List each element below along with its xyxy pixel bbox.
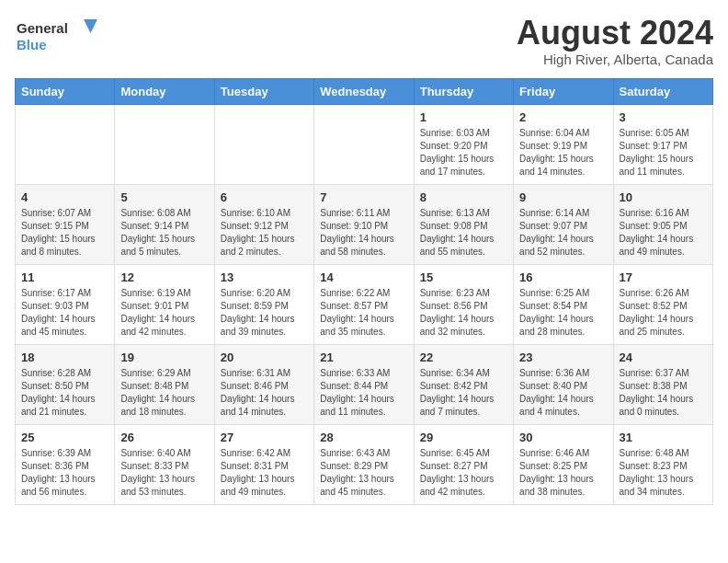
day-info: Sunrise: 6:23 AM Sunset: 8:56 PM Dayligh… bbox=[420, 287, 507, 339]
day-info: Sunrise: 6:46 AM Sunset: 8:25 PM Dayligh… bbox=[519, 447, 607, 499]
day-cell: 3Sunrise: 6:05 AM Sunset: 9:17 PM Daylig… bbox=[613, 104, 712, 184]
svg-text:Blue: Blue bbox=[17, 37, 47, 52]
day-number: 27 bbox=[221, 431, 308, 444]
page-header: General Blue August 2024 High River, Alb… bbox=[15, 15, 713, 67]
day-info: Sunrise: 6:03 AM Sunset: 9:20 PM Dayligh… bbox=[420, 127, 507, 178]
week-row-3: 11Sunrise: 6:17 AM Sunset: 9:03 PM Dayli… bbox=[16, 264, 713, 344]
day-number: 22 bbox=[420, 350, 507, 364]
day-cell: 29Sunrise: 6:45 AM Sunset: 8:27 PM Dayli… bbox=[414, 424, 513, 504]
day-cell: 16Sunrise: 6:25 AM Sunset: 8:54 PM Dayli… bbox=[514, 264, 613, 344]
day-cell: 20Sunrise: 6:31 AM Sunset: 8:46 PM Dayli… bbox=[214, 344, 313, 424]
day-cell: 11Sunrise: 6:17 AM Sunset: 9:03 PM Dayli… bbox=[16, 264, 115, 344]
day-number: 24 bbox=[620, 350, 707, 364]
day-cell: 31Sunrise: 6:48 AM Sunset: 8:23 PM Dayli… bbox=[613, 424, 712, 504]
day-number: 5 bbox=[120, 190, 208, 204]
day-number: 19 bbox=[120, 350, 208, 364]
day-cell: 30Sunrise: 6:46 AM Sunset: 8:25 PM Dayli… bbox=[514, 424, 613, 504]
day-info: Sunrise: 6:37 AM Sunset: 8:38 PM Dayligh… bbox=[620, 367, 707, 419]
location: High River, Alberta, Canada bbox=[517, 52, 713, 67]
day-info: Sunrise: 6:22 AM Sunset: 8:57 PM Dayligh… bbox=[320, 287, 407, 339]
day-info: Sunrise: 6:19 AM Sunset: 9:01 PM Dayligh… bbox=[120, 287, 208, 339]
day-cell: 12Sunrise: 6:19 AM Sunset: 9:01 PM Dayli… bbox=[115, 264, 214, 344]
day-number: 14 bbox=[320, 270, 407, 284]
day-cell: 17Sunrise: 6:26 AM Sunset: 8:52 PM Dayli… bbox=[613, 264, 712, 344]
day-info: Sunrise: 6:05 AM Sunset: 9:17 PM Dayligh… bbox=[620, 127, 707, 178]
day-info: Sunrise: 6:17 AM Sunset: 9:03 PM Dayligh… bbox=[21, 287, 108, 339]
day-info: Sunrise: 6:43 AM Sunset: 8:29 PM Dayligh… bbox=[320, 447, 407, 499]
week-row-2: 4Sunrise: 6:07 AM Sunset: 9:15 PM Daylig… bbox=[16, 184, 713, 264]
day-cell: 25Sunrise: 6:39 AM Sunset: 8:36 PM Dayli… bbox=[16, 424, 115, 504]
svg-marker-2 bbox=[84, 19, 97, 33]
day-info: Sunrise: 6:34 AM Sunset: 8:42 PM Dayligh… bbox=[420, 367, 507, 419]
day-info: Sunrise: 6:04 AM Sunset: 9:19 PM Dayligh… bbox=[519, 127, 607, 178]
day-cell: 23Sunrise: 6:36 AM Sunset: 8:40 PM Dayli… bbox=[514, 344, 613, 424]
day-cell: 2Sunrise: 6:04 AM Sunset: 9:19 PM Daylig… bbox=[514, 104, 613, 184]
day-cell: 27Sunrise: 6:42 AM Sunset: 8:31 PM Dayli… bbox=[214, 424, 313, 504]
day-info: Sunrise: 6:31 AM Sunset: 8:46 PM Dayligh… bbox=[221, 367, 308, 419]
day-number: 13 bbox=[221, 270, 308, 284]
day-number: 30 bbox=[519, 431, 607, 444]
day-number: 3 bbox=[620, 110, 707, 124]
week-row-4: 18Sunrise: 6:28 AM Sunset: 8:50 PM Dayli… bbox=[16, 344, 713, 424]
day-info: Sunrise: 6:08 AM Sunset: 9:14 PM Dayligh… bbox=[120, 207, 208, 259]
day-cell: 18Sunrise: 6:28 AM Sunset: 8:50 PM Dayli… bbox=[16, 344, 115, 424]
week-row-5: 25Sunrise: 6:39 AM Sunset: 8:36 PM Dayli… bbox=[16, 424, 713, 504]
day-number: 17 bbox=[620, 270, 707, 284]
day-info: Sunrise: 6:36 AM Sunset: 8:40 PM Dayligh… bbox=[519, 367, 607, 419]
day-number: 20 bbox=[221, 350, 308, 364]
day-cell: 21Sunrise: 6:33 AM Sunset: 8:44 PM Dayli… bbox=[314, 344, 414, 424]
day-cell: 24Sunrise: 6:37 AM Sunset: 8:38 PM Dayli… bbox=[613, 344, 712, 424]
day-cell: 9Sunrise: 6:14 AM Sunset: 9:07 PM Daylig… bbox=[514, 184, 613, 264]
day-number: 11 bbox=[21, 270, 108, 284]
title-block: August 2024 High River, Alberta, Canada bbox=[517, 15, 713, 67]
day-number: 12 bbox=[120, 270, 208, 284]
week-row-1: 1Sunrise: 6:03 AM Sunset: 9:20 PM Daylig… bbox=[16, 104, 713, 184]
day-number: 2 bbox=[519, 110, 607, 124]
day-number: 15 bbox=[420, 270, 507, 284]
weekday-header-monday: Monday bbox=[115, 78, 214, 104]
day-number: 9 bbox=[519, 190, 607, 204]
day-number: 23 bbox=[519, 350, 607, 364]
day-info: Sunrise: 6:29 AM Sunset: 8:48 PM Dayligh… bbox=[120, 367, 208, 419]
day-number: 6 bbox=[221, 190, 308, 204]
weekday-header-wednesday: Wednesday bbox=[314, 78, 414, 104]
day-cell: 7Sunrise: 6:11 AM Sunset: 9:10 PM Daylig… bbox=[314, 184, 414, 264]
day-number: 18 bbox=[21, 350, 108, 364]
day-info: Sunrise: 6:13 AM Sunset: 9:08 PM Dayligh… bbox=[420, 207, 507, 259]
day-number: 31 bbox=[620, 431, 707, 444]
day-info: Sunrise: 6:42 AM Sunset: 8:31 PM Dayligh… bbox=[221, 447, 308, 499]
day-info: Sunrise: 6:48 AM Sunset: 8:23 PM Dayligh… bbox=[620, 447, 707, 499]
day-cell: 15Sunrise: 6:23 AM Sunset: 8:56 PM Dayli… bbox=[414, 264, 513, 344]
day-cell: 14Sunrise: 6:22 AM Sunset: 8:57 PM Dayli… bbox=[314, 264, 414, 344]
day-number: 28 bbox=[320, 431, 407, 444]
day-cell bbox=[115, 104, 214, 184]
logo: General Blue bbox=[15, 15, 97, 56]
day-number: 21 bbox=[320, 350, 407, 364]
day-cell: 19Sunrise: 6:29 AM Sunset: 8:48 PM Dayli… bbox=[115, 344, 214, 424]
day-number: 4 bbox=[21, 190, 108, 204]
day-cell: 22Sunrise: 6:34 AM Sunset: 8:42 PM Dayli… bbox=[414, 344, 513, 424]
day-info: Sunrise: 6:25 AM Sunset: 8:54 PM Dayligh… bbox=[519, 287, 607, 339]
day-info: Sunrise: 6:45 AM Sunset: 8:27 PM Dayligh… bbox=[420, 447, 507, 499]
day-cell: 10Sunrise: 6:16 AM Sunset: 9:05 PM Dayli… bbox=[613, 184, 712, 264]
day-number: 10 bbox=[620, 190, 707, 204]
svg-text:General: General bbox=[17, 20, 68, 36]
month-title: August 2024 bbox=[517, 15, 713, 52]
day-cell: 8Sunrise: 6:13 AM Sunset: 9:08 PM Daylig… bbox=[414, 184, 513, 264]
weekday-header-row: SundayMondayTuesdayWednesdayThursdayFrid… bbox=[16, 78, 713, 104]
day-info: Sunrise: 6:14 AM Sunset: 9:07 PM Dayligh… bbox=[519, 207, 607, 259]
day-number: 26 bbox=[120, 431, 208, 444]
day-cell: 26Sunrise: 6:40 AM Sunset: 8:33 PM Dayli… bbox=[115, 424, 214, 504]
day-cell: 6Sunrise: 6:10 AM Sunset: 9:12 PM Daylig… bbox=[214, 184, 313, 264]
day-cell: 28Sunrise: 6:43 AM Sunset: 8:29 PM Dayli… bbox=[314, 424, 414, 504]
day-info: Sunrise: 6:16 AM Sunset: 9:05 PM Dayligh… bbox=[620, 207, 707, 259]
day-number: 7 bbox=[320, 190, 407, 204]
day-info: Sunrise: 6:28 AM Sunset: 8:50 PM Dayligh… bbox=[21, 367, 108, 419]
day-cell: 13Sunrise: 6:20 AM Sunset: 8:59 PM Dayli… bbox=[214, 264, 313, 344]
calendar-table: SundayMondayTuesdayWednesdayThursdayFrid… bbox=[15, 78, 713, 505]
weekday-header-thursday: Thursday bbox=[414, 78, 513, 104]
day-cell: 1Sunrise: 6:03 AM Sunset: 9:20 PM Daylig… bbox=[414, 104, 513, 184]
weekday-header-friday: Friday bbox=[514, 78, 613, 104]
day-cell bbox=[16, 104, 115, 184]
day-number: 16 bbox=[519, 270, 607, 284]
